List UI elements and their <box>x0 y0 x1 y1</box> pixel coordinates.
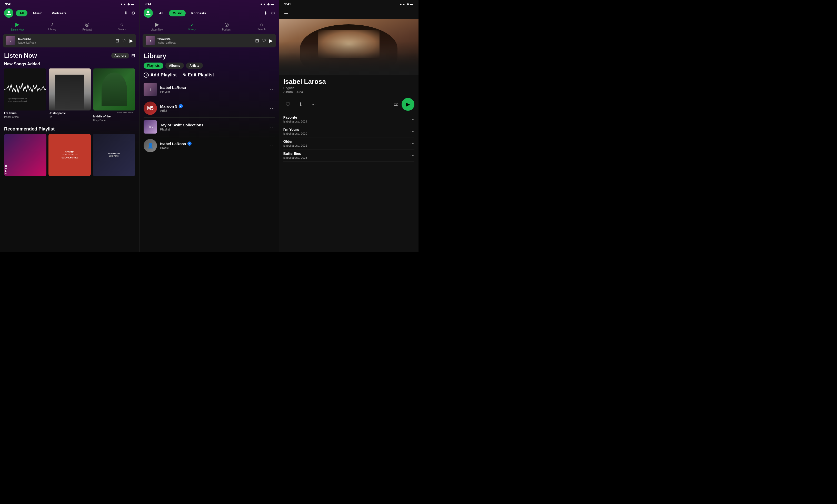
song-art-0: if you like your coffee hot let me be yo… <box>4 69 46 110</box>
play-button-large[interactable]: ▶ <box>402 98 414 111</box>
download-icon-1[interactable]: ⬇ <box>124 11 128 16</box>
mini-info-1: favourite Isabel LaRosa <box>18 37 113 44</box>
play-icon-2[interactable]: ▶ <box>269 38 273 43</box>
filter-albums[interactable]: Albums <box>165 62 184 69</box>
track-more-3[interactable]: ⋯ <box>410 153 414 158</box>
top-nav-1: All Music Podcasts ⬇ ⚙ <box>0 7 139 19</box>
isabel-art-icon: ♪ <box>149 87 152 92</box>
list-item-2[interactable]: TS Taylor Swift Collections Playlist ⋯ <box>140 118 279 136</box>
settings-icon-2[interactable]: ⚙ <box>271 11 275 16</box>
connect-device-icon[interactable]: ⊟ <box>131 53 135 58</box>
song-card-0[interactable]: if you like your coffee hot let me be yo… <box>4 69 46 122</box>
mini-art-2: ♪ <box>146 36 155 46</box>
nav-search-2[interactable]: ⌕ Search <box>254 21 269 31</box>
track-more-2[interactable]: ⋯ <box>410 141 414 146</box>
art-taylor: TS <box>144 120 157 133</box>
rec-card-1[interactable]: HAVANACAMILA CABELLOFEAT. YOUNG THUG <box>49 134 91 176</box>
nav-pills-2: All Music Podcasts <box>155 10 261 16</box>
filter-artists[interactable]: Artists <box>186 62 203 69</box>
elley-figure <box>102 73 127 106</box>
pill-music-1[interactable]: Music <box>30 10 46 16</box>
svg-text:let me be your coffee pot: let me be your coffee pot <box>8 100 27 102</box>
mini-player-2[interactable]: ♪ favourite Isabel LaRosa ⊟ ♡ ▶ <box>143 34 276 48</box>
more-ctrl-icon[interactable]: ⋯ <box>309 100 318 109</box>
edit-icon: ✎ <box>183 73 186 77</box>
status-bar-1: 9:41 ▲▲ ◈ ▬ <box>0 0 139 7</box>
more-btn-3[interactable]: ⋯ <box>270 143 275 149</box>
svg-text:if you like your coffee hot: if you like your coffee hot <box>8 98 27 100</box>
battery-icon-1: ▬ <box>131 2 134 6</box>
pill-all-2[interactable]: All <box>155 10 167 16</box>
track-item-0[interactable]: Favorite Isabel larosa, 2024 ⋯ <box>279 113 418 125</box>
track-info-1: I'm Yours Isabel larosa, 2020 <box>283 127 409 135</box>
connect-icon-1[interactable]: ⊟ <box>115 38 119 43</box>
add-playlist-button[interactable]: + Add Playlist <box>144 72 177 78</box>
pill-all-1[interactable]: All <box>16 10 28 16</box>
more-btn-1[interactable]: ⋯ <box>270 105 275 111</box>
list-item-1[interactable]: M5 Maroon 5 ✓ Artist ⋯ <box>140 99 279 118</box>
recommended-title: Recommended Playlist <box>0 124 139 134</box>
download-icon-2[interactable]: ⬇ <box>264 11 267 16</box>
edit-playlist-button[interactable]: ✎ Edit Playlist <box>183 72 214 78</box>
connect-icon-2[interactable]: ⊟ <box>255 38 259 43</box>
song-artist-2: Elley Duhé <box>93 119 136 122</box>
divider-3 <box>144 155 274 155</box>
more-btn-0[interactable]: ⋯ <box>270 86 275 92</box>
track-item-2[interactable]: Older Isabel larosa, 2022 ⋯ <box>279 138 418 149</box>
song-card-2[interactable]: MIDDLE OF THE NI... Middle of the Elley … <box>93 69 136 122</box>
item-name-2: Taylor Swift Collections <box>160 123 266 127</box>
item-name-text-3: Isabel LaRosa <box>160 142 186 146</box>
pill-podcasts-1[interactable]: Podcasts <box>48 10 70 16</box>
library-header: Library <box>140 50 279 61</box>
avatar-1[interactable] <box>4 8 13 18</box>
nav-podcast-1[interactable]: ◎ Podcast <box>79 21 95 31</box>
settings-icon-1[interactable]: ⚙ <box>131 11 135 16</box>
heart-ctrl-icon[interactable]: ♡ <box>283 100 292 109</box>
heart-icon-1[interactable]: ♡ <box>122 38 126 43</box>
wifi-icon-1: ◈ <box>127 2 130 6</box>
track-item-3[interactable]: Butterflies Isabel larosa, 2023 ⋯ <box>279 149 418 161</box>
nav-search-1[interactable]: ⌕ Search <box>114 21 129 31</box>
track-more-1[interactable]: ⋯ <box>410 129 414 134</box>
track-meta-2: Isabel larosa, 2022 <box>283 144 409 147</box>
list-item-3[interactable]: 👤 Isabel LaRosa ✓ Profile ⋯ <box>140 137 279 155</box>
mini-player-1[interactable]: ♪ favourite Isabel LaRosa ⊟ ♡ ▶ <box>3 34 136 48</box>
track-item-1[interactable]: I'm Yours Isabel larosa, 2020 ⋯ <box>279 125 418 137</box>
shuffle-icon[interactable]: ⇄ <box>394 101 398 107</box>
play-icon-1[interactable]: ▶ <box>129 38 133 43</box>
heart-icon-2[interactable]: ♡ <box>262 38 266 43</box>
authors-button[interactable]: Authors <box>111 53 129 58</box>
rec-card-2[interactable]: DESPACITOLUIS FONSI <box>93 134 135 176</box>
nav-listen-now-2[interactable]: ▶ Listen Now <box>149 21 165 31</box>
verified-badge-1: ✓ <box>179 104 183 108</box>
pill-music-2[interactable]: Music <box>169 10 186 16</box>
rec-art-0: ROLA <box>4 134 47 176</box>
nav-podcast-2[interactable]: ◎ Podcast <box>219 21 234 31</box>
mini-artist-1: Isabel LaRosa <box>18 41 113 44</box>
track-meta-1: Isabel larosa, 2020 <box>283 132 409 135</box>
back-button[interactable]: ← <box>279 7 418 19</box>
bottom-nav-2: ▶ Listen Now ♪ Library ◎ Podcast ⌕ Searc… <box>140 19 279 32</box>
rec-card-0[interactable]: ROLA <box>4 134 47 176</box>
sia-art <box>49 69 91 110</box>
download-ctrl-icon[interactable]: ⬇ <box>296 100 305 109</box>
filter-playlists[interactable]: Playlists <box>144 62 163 69</box>
list-item-0[interactable]: ♪ Isabel LaRosa Playlist ⋯ <box>140 80 279 99</box>
item-name-0: Isabel LaRosa <box>160 85 266 90</box>
mini-info-2: favourite Isabel LaRosa <box>158 37 252 44</box>
listen-now-icon-2: ▶ <box>155 21 159 28</box>
rec-art-2: DESPACITOLUIS FONSI <box>93 134 135 176</box>
avatar-2[interactable] <box>144 8 153 18</box>
song-title-1: Unstoppable <box>49 111 91 114</box>
mini-thumb-1: ♪ <box>6 36 15 46</box>
artist-info: Isabel Larosa English Album · 2024 <box>279 75 418 95</box>
podcast-icon-1: ◎ <box>85 21 89 28</box>
nav-listen-now-1[interactable]: ▶ Listen Now <box>10 21 25 31</box>
pill-podcasts-2[interactable]: Podcasts <box>188 10 210 16</box>
track-more-0[interactable]: ⋯ <box>410 117 414 122</box>
isabel2-art-icon: 👤 <box>147 143 154 149</box>
nav-library-1[interactable]: ♪ Library <box>44 21 60 31</box>
song-card-1[interactable]: Unstoppable Sia <box>49 69 91 122</box>
nav-library-2[interactable]: ♪ Library <box>184 21 199 31</box>
more-btn-2[interactable]: ⋯ <box>270 124 275 130</box>
